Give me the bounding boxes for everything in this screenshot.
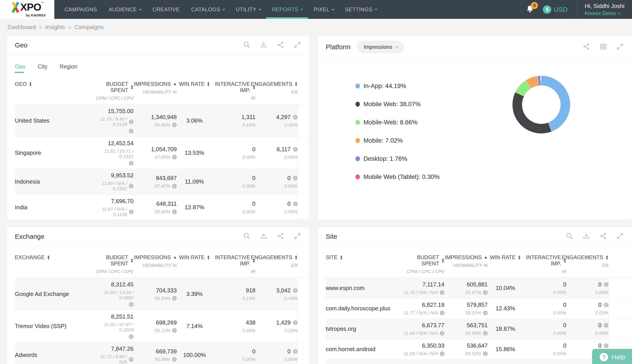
column-header-impressions[interactable]: IMPRESSIONS▲VIEWABILITY % [134, 252, 177, 278]
info-icon[interactable]: i [172, 210, 177, 214]
info-icon[interactable]: i [293, 147, 298, 152]
column-header-interactive-imp-[interactable]: INTERACTIVE IMP.▲▼IR [212, 79, 256, 105]
menu-item-reports[interactable]: REPORTS [266, 0, 308, 19]
search-icon[interactable] [243, 41, 250, 48]
menu-item-utility[interactable]: UTILITY [230, 0, 266, 19]
info-icon[interactable]: i [440, 331, 444, 336]
sort-icon[interactable]: ▲▼ [207, 82, 210, 86]
info-icon[interactable]: i [172, 155, 177, 160]
column-header-win-rate[interactable]: WIN RATE▲▼ [177, 79, 212, 105]
legend-item[interactable]: Mobile: 7.02% [356, 137, 440, 144]
info-icon[interactable]: i [129, 334, 134, 339]
info-icon[interactable]: i [129, 357, 134, 362]
menu-item-catalogs[interactable]: CATALOGS [186, 0, 230, 19]
legend-item[interactable]: Mobile Web: 38.07% [356, 101, 440, 108]
expand-icon[interactable] [616, 43, 624, 50]
account-dropdown[interactable]: Knorex Demo [585, 10, 624, 16]
column-header-win-rate[interactable]: WIN RATE▲▼ [177, 252, 212, 278]
info-icon[interactable]: i [293, 320, 298, 325]
info-icon[interactable]: i [129, 210, 134, 214]
info-icon[interactable]: i [293, 176, 298, 180]
menu-item-pixel[interactable]: PIXEL [308, 0, 339, 19]
info-icon[interactable]: i [129, 161, 134, 166]
column-header-engagements[interactable]: ENGAGEMENTS▲▼ER [256, 79, 298, 105]
table-icon[interactable] [600, 43, 607, 50]
info-icon[interactable]: i [172, 296, 177, 300]
info-icon[interactable]: i [172, 357, 177, 362]
column-header-geo[interactable]: GEO▲▼ [15, 79, 91, 105]
column-header-budget-spent[interactable]: BUDGET SPENT▲▼CPM / CPC / CPV [402, 252, 444, 278]
breadcrumb-item-dashboard[interactable]: Dashboard [8, 24, 36, 30]
column-header-budget-spent[interactable]: BUDGET SPENT▲▼CPM / CPC / CPV [91, 252, 134, 278]
info-icon[interactable]: i [129, 184, 134, 188]
info-icon[interactable]: i [293, 202, 298, 206]
column-header-engagements[interactable]: ENGAGEMENTS▲▼ER [566, 252, 608, 278]
sort-icon[interactable]: ▲▼ [294, 82, 298, 86]
info-icon[interactable]: i [172, 122, 177, 127]
sort-icon[interactable]: ▲▼ [47, 255, 50, 260]
sort-icon[interactable]: ▲▼ [606, 255, 608, 260]
xpo-logo[interactable]: XPO ™ by KNOREX [0, 0, 54, 19]
menu-item-audience[interactable]: AUDIENCE [103, 0, 147, 19]
legend-item[interactable]: Mobile-Web: 8.66% [356, 119, 440, 126]
currency-selector[interactable]: $ USD [543, 5, 568, 14]
info-icon[interactable]: i [129, 129, 134, 134]
info-icon[interactable]: i [483, 310, 488, 315]
menu-item-creative[interactable]: CREATIVE [147, 0, 186, 19]
tab-city[interactable]: City [38, 64, 47, 73]
download-icon[interactable] [260, 41, 268, 48]
download-icon[interactable] [260, 232, 268, 240]
sort-ascending-icon[interactable]: ▲ [484, 255, 488, 260]
column-header-impressions[interactable]: IMPRESSIONS▲VIEWABILITY % [134, 79, 177, 105]
info-icon[interactable]: i [172, 184, 177, 188]
info-icon[interactable]: i [604, 323, 608, 328]
breadcrumb-item-campaigns[interactable]: Campaigns [74, 24, 104, 30]
info-icon[interactable]: i [293, 115, 298, 120]
sort-icon[interactable]: ▲▼ [29, 82, 32, 86]
sort-icon[interactable]: ▲▼ [130, 258, 134, 263]
expand-icon[interactable] [294, 232, 301, 240]
help-button[interactable]: ? Help [592, 349, 632, 364]
info-icon[interactable]: i [293, 349, 298, 354]
search-icon[interactable] [243, 232, 250, 240]
column-header-budget-spent[interactable]: BUDGET SPENT▲▼CPM / CPC / CPV [91, 79, 134, 105]
info-icon[interactable]: i [129, 302, 134, 307]
column-header-interactive-imp-[interactable]: INTERACTIVE IMP.▲▼IR [523, 252, 566, 278]
sort-icon[interactable]: ▲▼ [294, 255, 298, 260]
legend-item[interactable]: Mobile Web (Tablet): 0.30% [356, 173, 440, 180]
info-icon[interactable]: i [440, 310, 444, 315]
info-icon[interactable]: i [129, 120, 134, 124]
search-icon[interactable] [566, 232, 573, 240]
share-icon[interactable] [277, 232, 284, 240]
info-icon[interactable]: i [483, 290, 488, 295]
info-icon[interactable]: i [440, 351, 444, 356]
column-header-exchange[interactable]: EXCHANGE▲▼ [15, 252, 91, 278]
info-icon[interactable]: i [604, 302, 608, 307]
info-icon[interactable]: i [293, 288, 298, 293]
column-header-interactive-imp-[interactable]: INTERACTIVE IMP.▲▼IR [212, 252, 256, 278]
expand-icon[interactable] [294, 41, 301, 48]
share-icon[interactable] [582, 43, 590, 50]
download-icon[interactable] [582, 232, 590, 240]
sort-ascending-icon[interactable]: ▲ [173, 255, 177, 260]
sort-ascending-icon[interactable]: ▲ [173, 82, 177, 86]
legend-item[interactable]: In-App: 44.19% [356, 82, 440, 90]
expand-icon[interactable] [616, 232, 624, 240]
column-header-impressions[interactable]: IMPRESSIONS▲VIEWABILITY % [444, 252, 488, 278]
info-icon[interactable]: i [483, 331, 488, 336]
info-icon[interactable]: i [172, 328, 177, 333]
info-icon[interactable]: i [440, 290, 444, 295]
legend-item[interactable]: Desktop: 1.76% [356, 155, 440, 162]
column-header-win-rate[interactable]: WIN RATE▲▼ [488, 252, 523, 278]
menu-item-settings[interactable]: SETTINGS [339, 0, 382, 19]
info-icon[interactable]: i [483, 351, 488, 356]
sort-icon[interactable]: ▲▼ [130, 85, 134, 90]
column-header-site[interactable]: SITE▲▼ [326, 252, 402, 278]
tab-region[interactable]: Region [60, 64, 77, 73]
breadcrumb-item-insights[interactable]: Insights [45, 24, 65, 30]
info-icon[interactable]: i [604, 344, 608, 348]
menu-item-campaigns[interactable]: CAMPAIGNS [59, 0, 103, 19]
notifications-button[interactable]: 8 [526, 5, 534, 14]
info-icon[interactable]: i [604, 282, 608, 287]
sort-icon[interactable]: ▲▼ [441, 258, 444, 263]
